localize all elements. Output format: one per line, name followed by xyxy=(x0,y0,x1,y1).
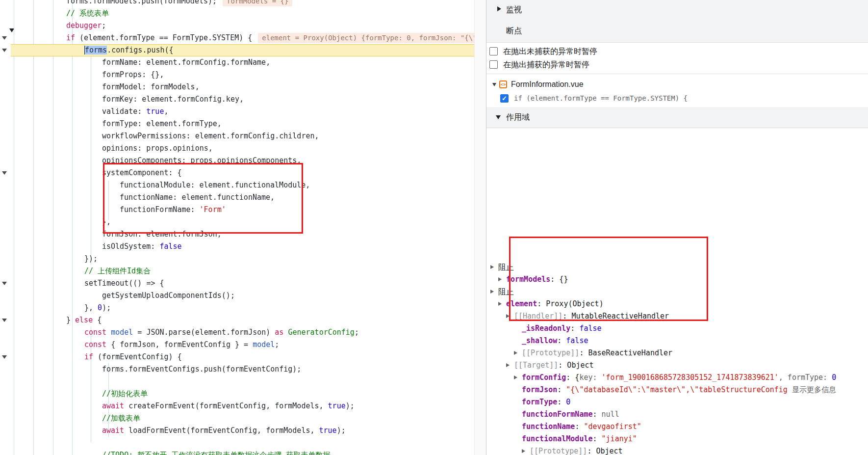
scope-token: "{\"databaseId\":\"master\",\"tableStruc… xyxy=(566,385,788,394)
code-token: const xyxy=(84,340,106,349)
code-token: forms.formEventConfigs.push(formEventCon… xyxy=(102,365,301,374)
code-line[interactable]: isOldSystem: false xyxy=(0,241,182,253)
code-token: ); xyxy=(346,401,355,410)
code-token xyxy=(106,328,111,337)
annotation-box-scope xyxy=(509,237,708,321)
code-line[interactable]: //TODO: 暂不放开,工作流没有获取表单数据这个步骤,获取表单数据 xyxy=(0,449,330,455)
pause-uncaught-checkbox[interactable] xyxy=(489,47,498,55)
code-line[interactable]: forms.formEventConfigs.push(formEventCon… xyxy=(0,363,301,375)
breakpoint-entry-row[interactable]: ✓ if (element.formType == FormType.SYSTE… xyxy=(486,91,868,105)
annotation-box-code xyxy=(103,163,303,234)
scope-row[interactable]: functionName: "devgaofirst" xyxy=(486,421,868,433)
scope-token: : { xyxy=(566,373,579,382)
scope-row[interactable]: functionalModule: "jianyi" xyxy=(486,433,868,445)
code-token: }); xyxy=(84,254,98,263)
code-token: formName: element.formConfig.formName, xyxy=(102,58,270,67)
watch-section-header[interactable]: 监视 xyxy=(486,0,868,20)
gutter-fold-arrow-icon[interactable] xyxy=(2,282,7,285)
scope-row[interactable]: [[Target]]: Object xyxy=(486,359,868,372)
breakpoints-section-title: 断点 xyxy=(506,20,522,42)
code-line[interactable]: forms.configs.push({ xyxy=(0,44,174,56)
code-line[interactable]: opinions: props.opinions, xyxy=(0,142,213,155)
code-token: //加载表单 xyxy=(102,414,140,423)
code-line[interactable]: await loadFormEvent(formEventConfig, for… xyxy=(0,425,346,437)
code-line[interactable]: //初始化表单 xyxy=(0,388,148,400)
code-line[interactable]: //加载表单 xyxy=(0,412,140,425)
code-line[interactable]: // 系统表单 xyxy=(0,7,109,20)
scope-token: false xyxy=(579,324,601,333)
code-line[interactable]: const { formJson, formEventConfig } = mo… xyxy=(0,339,279,351)
code-line[interactable]: formType: element.formType, xyxy=(0,118,222,130)
tree-expand-arrow-icon[interactable] xyxy=(490,290,494,294)
pause-caught-checkbox[interactable] xyxy=(489,60,498,69)
gutter-fold-arrow-icon[interactable] xyxy=(2,355,7,359)
scope-section-header[interactable]: 作用域 xyxy=(486,107,868,128)
code-token: ); xyxy=(337,426,346,435)
editor-scrollbar-track[interactable] xyxy=(474,0,486,455)
gutter-fold-arrow-icon[interactable] xyxy=(2,319,7,322)
code-line[interactable]: }, 0); xyxy=(0,302,111,314)
gutter-fold-arrow-icon[interactable] xyxy=(2,36,7,40)
code-line[interactable]: debugger; xyxy=(0,20,106,32)
scope-token: 'form_1900168685728305152_1741873839621' xyxy=(602,373,779,382)
code-line[interactable]: forms.formModels.push(formModels);formMo… xyxy=(0,0,292,7)
code-token: formKey: element.formConfig.key, xyxy=(102,95,244,104)
code-line[interactable]: formName: element.formConfig.formName, xyxy=(0,56,270,69)
breakpoint-enabled-checkbox[interactable]: ✓ xyxy=(500,94,509,103)
breakpoint-file-row[interactable]: <> FormInformation.vue xyxy=(486,78,868,91)
code-line[interactable]: } else { xyxy=(0,314,102,326)
scope-row[interactable]: _shallow: false xyxy=(486,335,868,347)
code-token: validate: xyxy=(102,107,146,116)
scope-row[interactable]: [[Prototype]]: Object xyxy=(486,445,868,455)
code-token: (formEventConfig) { xyxy=(93,352,182,361)
tree-expand-arrow-icon[interactable] xyxy=(514,351,517,355)
scope-row-text: formType: 0 xyxy=(522,396,570,408)
code-line[interactable]: getSystemUploadComponentIds(); xyxy=(0,290,235,302)
chevron-right-icon xyxy=(497,6,501,11)
tree-expand-arrow-icon[interactable] xyxy=(490,265,494,269)
code-token: ; xyxy=(102,21,106,30)
scope-row[interactable]: functionFormName: null xyxy=(486,408,868,421)
chevron-down-icon[interactable] xyxy=(492,83,496,86)
code-line[interactable]: await createFormEvent(formEventConfig, f… xyxy=(0,400,355,412)
tree-expand-arrow-icon[interactable] xyxy=(522,449,525,453)
code-token: } xyxy=(66,316,75,324)
tree-expand-arrow-icon[interactable] xyxy=(506,363,510,367)
scope-row[interactable]: formType: 0 xyxy=(486,396,868,408)
scope-row-text: [[Prototype]]: Object xyxy=(530,445,623,455)
vue-file-icon: <> xyxy=(499,80,507,88)
scope-token: functionalModule xyxy=(522,434,593,443)
code-line[interactable]: }); xyxy=(0,253,98,265)
code-line[interactable]: if (formEventConfig) { xyxy=(0,351,182,363)
code-line[interactable]: formKey: element.formConfig.key, xyxy=(0,93,244,106)
breakpoints-section-header[interactable]: 断点 xyxy=(486,20,868,43)
scope-row[interactable]: formJson: "{\"databaseId\":\"master\",\"… xyxy=(486,384,868,396)
breakpoint-condition: if (element.formType == FormType.SYSTEM)… xyxy=(514,91,688,105)
code-line[interactable]: formProps: {}, xyxy=(0,69,164,81)
code-line[interactable]: // 上传组件Id集合 xyxy=(0,265,151,277)
code-token: 0 xyxy=(98,303,102,312)
code-line[interactable]: }, xyxy=(0,216,111,228)
code-token: true xyxy=(319,426,337,435)
gutter-fold-arrow-icon[interactable] xyxy=(2,49,7,52)
code-token: getSystemUploadComponentIds(); xyxy=(102,291,235,300)
tree-expand-arrow-icon[interactable] xyxy=(514,375,517,379)
code-line[interactable]: workflowPermissions: element.formConfig.… xyxy=(0,130,319,142)
scope-row[interactable]: formConfig: {key: 'form_1900168685728305… xyxy=(486,372,868,384)
code-line[interactable]: validate: true, xyxy=(0,106,168,118)
code-line[interactable]: formModel: formModels, xyxy=(0,81,200,93)
code-line[interactable]: if (element.formType == FormType.SYSTEM)… xyxy=(0,32,474,44)
tree-expand-arrow-icon[interactable] xyxy=(498,277,502,281)
watch-section-title: 监视 xyxy=(506,0,522,20)
scope-row[interactable]: [[Prototype]]: BaseReactiveHandler xyxy=(486,347,868,359)
scope-section-title: 作用域 xyxy=(506,107,530,128)
code-token: //TODO: 暂不放开,工作流没有获取表单数据这个步骤,获取表单数据 xyxy=(102,451,330,455)
code-line[interactable]: const model = JSON.parse(element.formJso… xyxy=(0,326,359,339)
code-line[interactable]: setTimeout(() => { xyxy=(0,277,164,290)
scope-row[interactable]: _isReadonly: false xyxy=(486,322,868,335)
tree-expand-arrow-icon[interactable] xyxy=(498,302,502,306)
code-token: await xyxy=(102,426,124,435)
gutter-fold-arrow-icon[interactable] xyxy=(2,171,7,175)
pause-caught-label: 在抛出捕获的异常时暂停 xyxy=(503,58,589,71)
code-token: { xyxy=(93,316,102,324)
